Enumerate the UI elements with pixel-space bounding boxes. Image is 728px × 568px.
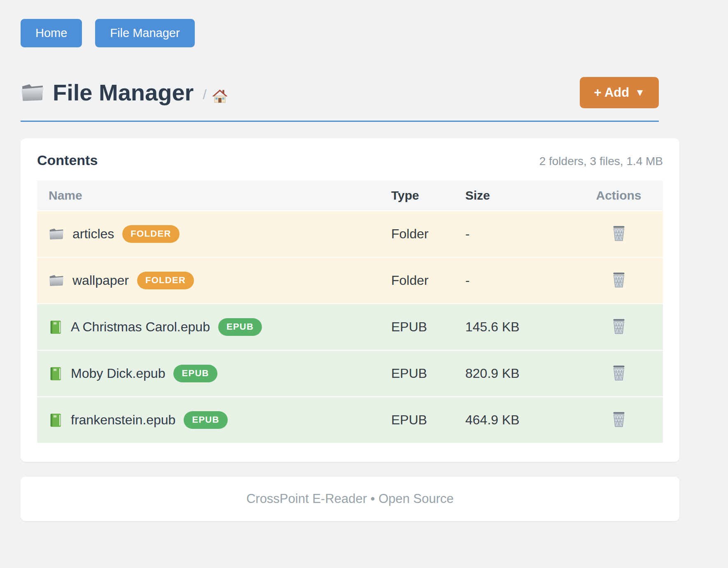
contents-title: Contents xyxy=(37,152,98,168)
file-type: EPUB xyxy=(385,319,459,335)
column-actions: Actions xyxy=(574,189,663,203)
file-table: Name Type Size Actions xyxy=(37,181,663,443)
page-title-text: File Manager xyxy=(53,80,194,105)
folder-icon xyxy=(21,82,44,103)
breadcrumb: / xyxy=(203,87,228,105)
table-body: articles FOLDER Folder - xyxy=(37,210,663,443)
footer-card: CrossPoint E-Reader • Open Source xyxy=(21,477,679,521)
folder-icon xyxy=(49,274,64,287)
table-row[interactable]: Moby Dick.epub EPUB EPUB 820.9 KB xyxy=(37,350,663,396)
file-name[interactable]: A Christmas Carol.epub xyxy=(71,319,210,335)
nav-home-button[interactable]: Home xyxy=(21,19,82,47)
table-row[interactable]: A Christmas Carol.epub EPUB EPUB 145.6 K… xyxy=(37,303,663,350)
delete-button[interactable] xyxy=(609,315,629,339)
folder-icon xyxy=(49,227,64,241)
home-icon[interactable] xyxy=(212,88,228,104)
trash-icon xyxy=(611,410,627,428)
table-row[interactable]: frankenstein.epub EPUB EPUB 464.9 KB xyxy=(37,396,663,443)
file-size: 145.6 KB xyxy=(459,319,574,335)
file-name[interactable]: frankenstein.epub xyxy=(71,412,175,428)
file-name[interactable]: Moby Dick.epub xyxy=(71,366,165,381)
file-name[interactable]: wallpaper xyxy=(72,273,129,288)
file-type-badge: EPUB xyxy=(173,365,217,382)
page-title: File Manager xyxy=(21,80,194,105)
file-type: EPUB xyxy=(385,366,459,381)
file-type: Folder xyxy=(385,273,459,288)
file-type: Folder xyxy=(385,226,459,242)
file-type-badge: EPUB xyxy=(218,318,262,336)
column-type: Type xyxy=(385,189,459,203)
page: Home File Manager File Manager / xyxy=(0,0,728,521)
book-icon xyxy=(49,319,63,335)
table-row[interactable]: wallpaper FOLDER Folder - xyxy=(37,257,663,303)
book-icon xyxy=(49,366,63,382)
header-divider xyxy=(21,121,659,122)
book-icon xyxy=(49,412,63,428)
trash-icon xyxy=(611,364,627,382)
file-type-badge: FOLDER xyxy=(122,225,179,243)
table-header: Name Type Size Actions xyxy=(37,181,663,210)
table-row[interactable]: articles FOLDER Folder - xyxy=(37,210,663,257)
top-nav: Home File Manager xyxy=(21,19,679,47)
file-type-badge: EPUB xyxy=(184,411,227,429)
page-header: File Manager / + Add ▼ xyxy=(21,77,659,108)
file-size: - xyxy=(459,226,574,242)
file-type-badge: FOLDER xyxy=(137,272,194,289)
file-type: EPUB xyxy=(385,412,459,428)
delete-button[interactable] xyxy=(609,408,629,432)
column-name: Name xyxy=(37,189,385,203)
trash-icon xyxy=(611,271,627,289)
delete-button[interactable] xyxy=(609,361,629,386)
delete-button[interactable] xyxy=(609,222,629,246)
contents-summary: 2 folders, 3 files, 1.4 MB xyxy=(539,155,663,168)
contents-card: Contents 2 folders, 3 files, 1.4 MB Name… xyxy=(21,138,679,462)
file-size: - xyxy=(459,273,574,288)
nav-file-manager-button[interactable]: File Manager xyxy=(95,19,194,47)
breadcrumb-separator: / xyxy=(203,87,206,104)
file-size: 820.9 KB xyxy=(459,366,574,381)
add-button[interactable]: + Add ▼ xyxy=(580,77,659,108)
file-name[interactable]: articles xyxy=(72,226,114,242)
column-size: Size xyxy=(459,189,574,203)
trash-icon xyxy=(611,317,627,335)
chevron-down-icon: ▼ xyxy=(635,87,645,98)
delete-button[interactable] xyxy=(609,268,629,293)
footer-text: CrossPoint E-Reader • Open Source xyxy=(246,491,454,506)
file-size: 464.9 KB xyxy=(459,412,574,428)
add-button-label: + Add xyxy=(594,85,629,100)
trash-icon xyxy=(611,224,627,242)
